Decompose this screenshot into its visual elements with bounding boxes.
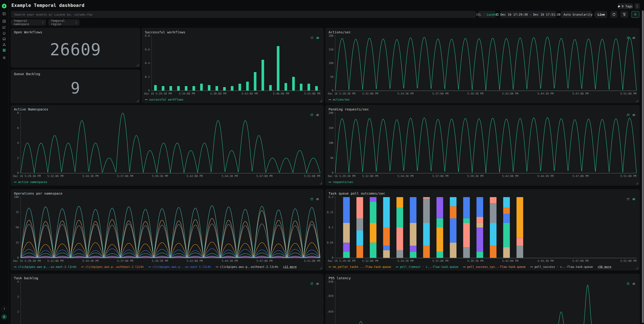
bar[interactable] — [216, 86, 218, 91]
bar[interactable] — [223, 87, 226, 90]
collapse-sidebar-icon[interactable] — [2, 12, 6, 16]
bar-segment[interactable] — [396, 208, 403, 228]
bar-segment[interactable] — [450, 243, 456, 258]
bar[interactable] — [200, 84, 203, 90]
bar-segment[interactable] — [516, 238, 523, 246]
bar-chart-toggle-icon[interactable] — [316, 282, 319, 285]
bar-segment[interactable] — [490, 203, 496, 223]
legend-item[interactable]: successful workflows — [145, 98, 184, 101]
legend-item[interactable]: poll_success_syn..-flow-task-queue — [463, 265, 526, 269]
resize-handle[interactable] — [320, 267, 322, 269]
series-line[interactable] — [21, 242, 320, 258]
line-chart-toggle-icon[interactable] — [626, 113, 630, 116]
bar[interactable] — [162, 86, 164, 91]
bar[interactable] — [246, 82, 249, 90]
series-line[interactable] — [21, 113, 320, 173]
explore-chart-icon[interactable] — [2, 25, 6, 29]
bar-segment[interactable] — [503, 214, 510, 223]
series-line[interactable] — [21, 224, 320, 258]
filter-button[interactable] — [621, 11, 628, 18]
legend-item[interactable]: clickpipes-aws-p..-us-east-1.l2c4n — [148, 265, 211, 269]
bar-segment[interactable] — [396, 228, 403, 250]
line-chart-toggle-icon[interactable] — [310, 197, 314, 200]
resize-handle[interactable] — [136, 100, 138, 102]
bar-segment[interactable] — [343, 223, 350, 243]
bar-segment[interactable] — [463, 218, 470, 223]
live-button[interactable]: Live — [595, 11, 607, 18]
run-query-button[interactable] — [631, 11, 640, 18]
bar[interactable] — [231, 86, 234, 91]
bar[interactable] — [170, 86, 172, 91]
bar-segment[interactable] — [356, 246, 363, 258]
more-menu-button[interactable] — [634, 3, 640, 9]
datasets-icon[interactable] — [2, 19, 6, 23]
bar-segment[interactable] — [463, 247, 470, 258]
series-line[interactable] — [335, 117, 636, 173]
legend-item[interactable]: no_poller_tasks ..-flow-task-queue — [328, 265, 391, 269]
bar-chart-toggle-icon[interactable] — [316, 36, 319, 39]
bar-segment[interactable] — [423, 199, 430, 223]
bar-segment[interactable] — [490, 197, 496, 203]
user-avatar[interactable]: D — [2, 314, 7, 320]
scrollbar-thumb[interactable] — [642, 10, 644, 323]
monitors-icon[interactable] — [2, 37, 6, 41]
bar-segment[interactable] — [410, 223, 416, 246]
search-input[interactable] — [11, 11, 476, 17]
bar-segment[interactable] — [423, 223, 430, 246]
resize-handle[interactable] — [320, 100, 322, 102]
bar-segment[interactable] — [490, 223, 496, 246]
legend-more-link[interactable]: +12 more — [283, 265, 297, 269]
bar-chart-toggle-icon[interactable] — [632, 197, 636, 200]
bar-segment[interactable] — [450, 197, 456, 206]
bar-segment[interactable] — [356, 197, 363, 218]
bar[interactable] — [269, 85, 272, 90]
bar-chart-toggle-icon[interactable] — [316, 197, 319, 200]
bar-segment[interactable] — [476, 197, 483, 217]
bar-segment[interactable] — [370, 223, 376, 243]
bar-segment[interactable] — [356, 218, 363, 231]
bar-segment[interactable] — [370, 243, 376, 258]
bar-chart-toggle-icon[interactable] — [632, 113, 636, 116]
bar-segment[interactable] — [370, 197, 376, 202]
settings-gear-icon[interactable] — [2, 56, 6, 60]
bar-segment[interactable] — [410, 252, 416, 258]
bar-segment[interactable] — [436, 252, 443, 258]
app-logo-icon[interactable] — [1, 3, 7, 9]
bar-segment[interactable] — [383, 228, 390, 246]
bar-segment[interactable] — [383, 246, 390, 250]
flows-icon[interactable] — [2, 42, 6, 47]
bar-segment[interactable] — [383, 250, 390, 258]
line-chart-toggle-icon[interactable] — [626, 282, 630, 285]
tags-button[interactable]: 0 Tags — [618, 3, 633, 9]
resize-handle[interactable] — [636, 182, 638, 184]
bar-segment[interactable] — [423, 197, 430, 199]
line-chart-toggle-icon[interactable] — [626, 36, 630, 39]
bar-chart-toggle-icon[interactable] — [316, 113, 319, 116]
series-line[interactable] — [335, 37, 636, 90]
legend-item[interactable]: poll_success · c..-flow-task-queue — [530, 265, 593, 269]
bar-segment[interactable] — [476, 228, 483, 252]
legend-item[interactable]: clickpipes-aws-p..outheast-2.l2c4n — [216, 265, 278, 269]
bar-segment[interactable] — [356, 231, 363, 246]
filter-temporal-namespace[interactable]: Temporal namespace — [11, 19, 46, 25]
bar[interactable] — [238, 84, 241, 90]
line-chart-toggle-icon[interactable] — [626, 197, 630, 200]
legend-more-link[interactable]: +56 more — [598, 265, 611, 269]
line-chart-toggle-icon[interactable] — [310, 113, 314, 116]
legend-item[interactable]: clickpipes-aws-p..outheast-2.l2c4n — [81, 265, 144, 269]
bar-segment[interactable] — [396, 197, 403, 208]
legend-item[interactable]: poll_timeout · c..-flow-task-queue — [396, 265, 458, 269]
bar-chart-toggle-icon[interactable] — [632, 36, 636, 39]
filter-temporal-region[interactable]: Temporal region — [48, 19, 79, 25]
legend-item[interactable]: clickpipes-aws-p..-us-east-2.l2c4n — [14, 265, 76, 269]
refresh-button[interactable] — [610, 11, 617, 18]
bar-segment[interactable] — [436, 218, 443, 228]
bar-segment[interactable] — [503, 197, 510, 208]
bar[interactable] — [308, 84, 310, 90]
bar-segment[interactable] — [436, 228, 443, 252]
query-mode-toggle[interactable]: SQL | Lucene — [478, 11, 496, 18]
bar[interactable] — [208, 85, 210, 90]
bar-segment[interactable] — [476, 223, 483, 228]
bar-segment[interactable] — [410, 197, 416, 223]
legend-item[interactable]: action/sec — [328, 98, 350, 101]
